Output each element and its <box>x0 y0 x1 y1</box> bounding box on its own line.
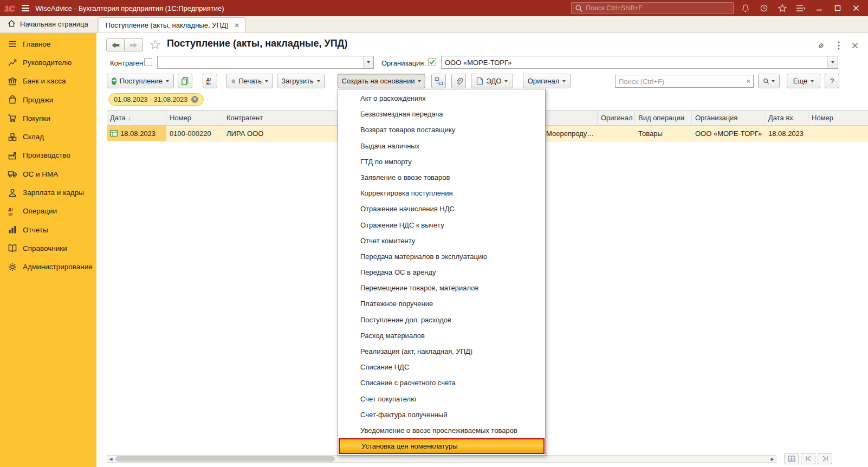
dtkt-button[interactable]: ДтКт <box>203 74 217 88</box>
global-search-input[interactable] <box>572 3 733 14</box>
remove-filter-icon[interactable]: ✕ <box>191 96 198 103</box>
menu-item[interactable]: Отражение начисления НДС <box>339 201 545 217</box>
menu-item[interactable]: Акт о расхождениях <box>339 90 545 106</box>
menu-item[interactable]: Счет покупателю <box>339 391 545 407</box>
create-based-on-button[interactable]: Создать на основании <box>338 74 425 88</box>
copy-button[interactable] <box>178 74 192 88</box>
cell-date-in[interactable]: 18.08.2023 <box>765 126 808 141</box>
org-checkbox[interactable] <box>428 58 436 66</box>
org-combobox[interactable]: ООО «МОРЕ-ТОРГ» <box>441 56 838 69</box>
favorite-star-icon[interactable] <box>150 40 160 51</box>
menu-item[interactable]: Передача ОС в аренду <box>339 264 545 280</box>
sidebar-item-0[interactable]: Главное <box>0 35 96 53</box>
menu-item[interactable]: Списание с расчетного счета <box>339 375 545 391</box>
minimize-button[interactable] <box>813 2 826 15</box>
h-scrollbar[interactable]: ◀ ▶ <box>107 455 776 463</box>
sidebar-item-11[interactable]: Справочники <box>0 239 96 257</box>
back-button[interactable] <box>106 38 125 51</box>
menu-item[interactable]: Отчет комитенту <box>339 233 545 249</box>
postuplenie-button[interactable]: + Поступление <box>107 74 174 88</box>
sidebar-item-10[interactable]: Отчеты <box>0 220 96 239</box>
forward-button[interactable] <box>125 38 143 51</box>
cell-org[interactable]: ООО «МОРЕ-ТОРГ» <box>692 126 765 141</box>
menu-item[interactable]: Платежное поручение <box>339 296 545 312</box>
menu-item[interactable]: Поступление доп. расходов <box>339 312 545 328</box>
sidebar-item-12[interactable]: Администрирование <box>0 258 96 276</box>
column-header-operation[interactable]: Вид операции <box>635 111 692 125</box>
close-page-button[interactable] <box>850 40 860 51</box>
sidebar-item-2[interactable]: Банк и касса <box>0 72 96 90</box>
menu-item[interactable]: Реализация (акт, накладная, УПД) <box>339 343 545 359</box>
tab-close-icon[interactable]: ✕ <box>234 22 239 29</box>
sidebar-item-1[interactable]: Руководителю <box>0 53 96 72</box>
list-search-box[interactable]: ✕ <box>615 75 754 88</box>
column-header-number[interactable]: Номер <box>166 111 223 125</box>
menu-item[interactable]: Выдача наличных <box>339 138 545 154</box>
menu-item[interactable]: Возврат товаров поставщику <box>339 122 545 138</box>
print-button[interactable]: Печать <box>226 74 273 88</box>
cell-number2[interactable] <box>808 126 868 141</box>
kontragent-checkbox[interactable] <box>144 58 152 66</box>
kontragent-dropdown-button[interactable] <box>363 56 373 68</box>
menu-item[interactable]: Счет-фактура полученный <box>339 407 545 423</box>
menu-item-selected[interactable]: Установка цен номенклатуры <box>339 438 545 454</box>
more-button[interactable]: Еще <box>787 74 820 88</box>
menu-item[interactable]: Корректировка поступления <box>339 185 545 201</box>
main-menu-icon[interactable] <box>21 4 30 12</box>
help-button[interactable]: ? <box>825 74 839 88</box>
menu-item[interactable]: Отражение НДС к вычету <box>339 217 545 233</box>
search-settings-button[interactable] <box>758 74 780 88</box>
sidebar-item-5[interactable]: Склад <box>0 127 96 146</box>
period-filter-chip[interactable]: 01.08.2023 - 31.08.2023 ✕ <box>108 93 204 106</box>
menu-item[interactable]: ГТД по импорту <box>339 154 545 170</box>
scroll-thumb[interactable] <box>115 456 335 462</box>
kebab-menu-icon[interactable] <box>833 40 844 51</box>
original-button[interactable]: Оригинал <box>523 74 571 88</box>
sidebar-item-6[interactable]: Производство <box>0 146 96 165</box>
favorites-star-icon[interactable] <box>776 2 789 15</box>
menu-item[interactable]: Перемещение товаров, материалов <box>339 280 545 296</box>
list-footer-button-2[interactable] <box>801 453 815 464</box>
menu-item[interactable]: Уведомление о ввозе прослеживаемых товар… <box>339 423 545 438</box>
history-icon[interactable] <box>757 2 770 15</box>
column-header-original[interactable]: Оригинал <box>598 111 635 125</box>
sidebar-item-9[interactable]: ДтКтОперации <box>0 202 96 220</box>
related-documents-button[interactable] <box>431 74 446 88</box>
scroll-left-button[interactable]: ◀ <box>107 456 114 462</box>
home-tab[interactable]: Начальная страница <box>0 16 98 33</box>
sidebar-item-4[interactable]: Покупки <box>0 109 96 127</box>
column-header-date-in[interactable]: Дата вх. <box>765 111 808 125</box>
menu-item[interactable]: Передача материалов в эксплуатацию <box>339 249 545 264</box>
cell-date[interactable]: 18.08.2023 <box>107 126 166 141</box>
sidebar-item-3[interactable]: Продажи <box>0 90 96 109</box>
maximize-button[interactable] <box>831 2 844 15</box>
close-window-button[interactable] <box>850 2 863 15</box>
menu-item[interactable]: Расход материалов <box>339 328 545 343</box>
edo-button[interactable]: ЭДО <box>471 74 513 88</box>
link-icon[interactable] <box>815 40 826 51</box>
scroll-right-button[interactable]: ▶ <box>769 456 776 462</box>
list-search-input[interactable] <box>616 77 743 86</box>
sidebar-item-7[interactable]: ОС и НМА <box>0 165 96 183</box>
load-button[interactable]: Загрузить <box>277 74 325 88</box>
cell-original[interactable] <box>598 126 635 141</box>
org-dropdown-button[interactable] <box>827 56 838 68</box>
cell-number[interactable]: 0100-000220 <box>166 126 223 141</box>
menu-item[interactable]: Безвозмездная передача <box>339 106 545 122</box>
bell-icon[interactable] <box>739 2 752 15</box>
list-footer-button-1[interactable] <box>784 453 799 464</box>
list-footer-button-3[interactable] <box>818 453 832 464</box>
cell-operation[interactable]: Товары <box>635 126 692 141</box>
attachments-button[interactable] <box>451 74 466 88</box>
scroll-track[interactable] <box>114 456 769 462</box>
tab-postuplenie[interactable]: Поступление (акты, накладные, УПД) ✕ <box>99 17 245 33</box>
global-search-box[interactable] <box>571 2 734 14</box>
column-header-number2[interactable]: Номер <box>808 111 868 125</box>
clear-search-icon[interactable]: ✕ <box>743 78 753 85</box>
kontragent-combobox[interactable] <box>157 56 374 69</box>
service-menu-icon[interactable] <box>794 2 807 15</box>
column-header-org[interactable]: Организация <box>692 111 765 125</box>
column-header-date[interactable]: Дата ↓ <box>107 111 166 125</box>
sidebar-item-8[interactable]: Зарплата и кадры <box>0 183 96 202</box>
menu-item[interactable]: Заявление о ввозе товаров <box>339 170 545 185</box>
